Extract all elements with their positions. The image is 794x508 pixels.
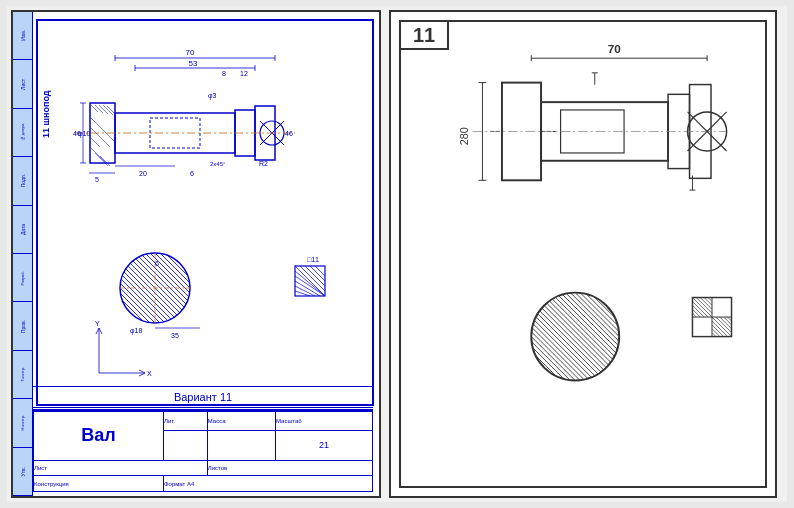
svg-text:8: 8	[222, 70, 226, 77]
tb-konstr: Конструкция	[34, 476, 164, 492]
svg-line-51	[135, 253, 190, 308]
sidebar-cell-6: Разраб.	[13, 254, 32, 302]
sidebar-cell-8: Т.контр.	[13, 351, 32, 399]
title-block-table: Вал Лит. Масса Масштаб 21 Лист Листов	[33, 411, 373, 492]
svg-line-153	[531, 376, 536, 381]
svg-line-63	[120, 283, 160, 323]
svg-text:□11: □11	[307, 256, 319, 263]
sidebar-cell-7: Пров.	[13, 302, 32, 350]
svg-line-129	[565, 293, 619, 347]
svg-line-66	[120, 298, 145, 323]
tb-heading1: Лит.	[164, 412, 208, 431]
drawing-number-right: 11	[413, 24, 435, 47]
svg-line-59	[120, 263, 180, 323]
svg-text:5: 5	[95, 176, 99, 183]
svg-text:46: 46	[285, 130, 293, 137]
svg-line-87	[295, 291, 310, 296]
svg-text:2x45°: 2x45°	[210, 161, 226, 167]
svg-text:35: 35	[171, 332, 179, 339]
svg-line-124	[541, 293, 619, 371]
svg-line-159	[692, 301, 708, 317]
variant-label: Вариант 11	[33, 386, 373, 408]
technical-drawing-svg: 11 шнопод 70 53	[33, 18, 377, 408]
svg-line-24	[91, 148, 105, 162]
sidebar-label-3: № докум.	[20, 123, 25, 141]
svg-line-171	[712, 329, 720, 337]
left-sidebar: Изм. Лист № докум. Подп. Дата Разраб. Пр…	[13, 12, 33, 496]
svg-line-22	[103, 105, 113, 115]
sidebar-label-7: Пров.	[20, 320, 26, 333]
svg-line-175	[724, 317, 732, 325]
sidebar-label-1: Изм.	[20, 30, 26, 41]
svg-line-80	[295, 276, 325, 296]
tb-row3: Лист	[34, 460, 208, 476]
svg-text:6: 6	[155, 260, 159, 267]
sidebar-label-8: Т.контр.	[20, 367, 25, 382]
svg-text:Y: Y	[95, 320, 100, 327]
svg-line-139	[531, 307, 604, 380]
svg-line-27	[91, 118, 114, 141]
sidebar-label-9: Н.контр.	[20, 415, 25, 430]
variant-text: Вариант 11	[174, 391, 232, 403]
svg-text:46: 46	[73, 130, 81, 137]
svg-text:53: 53	[189, 59, 198, 68]
svg-line-138	[531, 302, 609, 380]
part-name-cell: Вал	[34, 412, 164, 461]
svg-line-128	[561, 293, 620, 352]
svg-text:φ18: φ18	[130, 327, 142, 335]
sidebar-cell-1: Изм.	[13, 12, 32, 60]
svg-line-54	[150, 253, 190, 293]
svg-line-53	[145, 253, 190, 298]
svg-line-26	[91, 128, 110, 147]
svg-line-169	[712, 321, 728, 337]
svg-line-163	[696, 298, 712, 314]
svg-line-165	[704, 298, 712, 306]
main-container: Изм. Лист № докум. Подп. Дата Разраб. Пр…	[7, 6, 787, 502]
sidebar-label-4: Подп.	[20, 174, 26, 187]
tb-format: Формат A4	[164, 476, 373, 492]
svg-line-143	[531, 327, 585, 381]
svg-line-50	[130, 253, 190, 313]
svg-line-28	[95, 153, 108, 166]
svg-text:70: 70	[186, 48, 195, 57]
part-name: Вал	[81, 425, 115, 445]
tb-scale: 21	[275, 430, 372, 460]
tb-heading2: Масса	[207, 412, 275, 431]
svg-line-29	[100, 156, 110, 166]
svg-text:φ3: φ3	[208, 92, 217, 100]
svg-line-161	[692, 309, 700, 317]
svg-text:6: 6	[190, 170, 194, 177]
svg-line-91	[99, 328, 102, 334]
svg-text:X: X	[147, 370, 152, 377]
svg-text:12: 12	[240, 70, 248, 77]
sidebar-label-5: Дата	[20, 224, 26, 235]
svg-line-146	[531, 341, 570, 380]
svg-rect-0	[37, 20, 373, 405]
tb-lit	[164, 430, 208, 460]
svg-line-94	[139, 370, 145, 373]
svg-line-152	[531, 371, 541, 381]
svg-text:280: 280	[458, 127, 470, 145]
right-drawing-svg: 70 280	[403, 24, 767, 488]
svg-line-19	[91, 105, 98, 112]
title-block: Вал Лит. Масса Масштаб 21 Лист Листов	[33, 409, 373, 492]
svg-line-23	[107, 106, 114, 113]
svg-text:20: 20	[139, 170, 147, 177]
sidebar-cell-3: № докум.	[13, 109, 32, 157]
svg-line-78	[295, 266, 325, 296]
drawing-number: 21	[319, 440, 329, 450]
sidebar-label-2: Лист	[20, 79, 26, 90]
svg-line-173	[716, 317, 732, 333]
tb-sheets: Листов	[207, 460, 372, 476]
svg-line-95	[139, 373, 145, 376]
right-panel: 11 70 280	[389, 10, 777, 498]
svg-line-62	[120, 278, 165, 323]
svg-line-90	[96, 328, 99, 334]
tb-mass	[207, 430, 275, 460]
sidebar-label-6: Разраб.	[20, 271, 25, 285]
tb-heading3: Масштаб	[275, 412, 372, 431]
svg-line-142	[531, 322, 590, 381]
svg-line-132	[580, 293, 619, 332]
svg-line-57	[165, 253, 190, 278]
sidebar-label-10: Утв.	[20, 467, 26, 477]
